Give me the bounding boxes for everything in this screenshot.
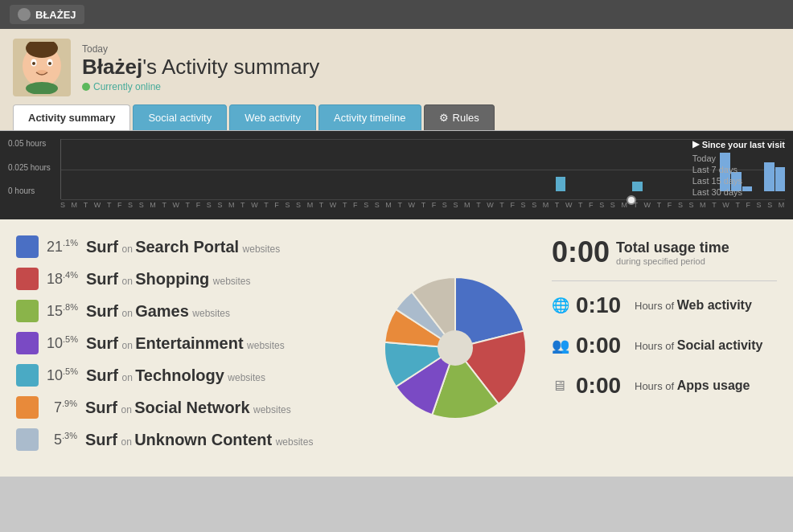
category-label: Search Portal [135,238,239,256]
web-label: Hours of Web activity [635,298,752,313]
category-label: Technology [135,366,224,384]
svg-point-3 [32,62,35,65]
web-activity-row: 🌐 0:10 Hours of Web activity [552,293,777,318]
websites-label: websites [247,340,285,351]
pie-svg [379,272,532,424]
websites-label: websites [192,308,230,319]
activity-percent: 10.5% [47,334,78,352]
on-label: on [121,436,134,448]
stats-panel: 0:00 Total usage time during specified p… [552,235,777,460]
on-label: on [121,276,135,287]
activity-label: Surf on Unknown Content websites [85,431,313,449]
pie-chart [379,272,532,424]
since-visit-7days[interactable]: Last 7 days [692,164,785,175]
svg-point-7 [26,82,58,94]
header-top: Today Błażej's Activity summary Currentl… [13,39,780,96]
tab-activity-summary[interactable]: Activity summary [13,104,130,130]
apps-time: 0:00 [576,373,628,399]
activity-row: 10.5% Surf on Entertainment websites [16,332,359,354]
since-visit-30days[interactable]: Last 30 days [692,186,785,198]
surf-label: Surf [85,399,117,416]
surf-label: Surf [86,334,118,352]
activity-label: Surf on Shopping websites [86,270,250,289]
total-time: 0:00 [552,235,610,269]
tab-rules[interactable]: ⚙ Rules [424,104,495,130]
header-title: Błażej's Activity summary [82,55,319,80]
category-label: Games [135,302,189,320]
category-label: Entertainment [135,334,243,352]
apps-usage-row: 🖥 0:00 Hours of Apps usage [552,373,777,399]
on-label: on [121,243,135,255]
pie-chart-panel [375,235,536,460]
activity-row: 10.5% Surf on Technology websites [16,364,359,387]
total-label-text: Total usage time [616,239,729,256]
total-usage-row: 0:00 Total usage time during specified p… [552,235,777,281]
category-label: Shopping [135,270,209,288]
avatar [13,39,71,96]
web-time: 0:10 [576,293,628,318]
tab-social-activity[interactable]: Social activity [133,104,227,130]
activity-row: 21.1% Surf on Search Portal websites [16,235,359,258]
avatar-image [18,42,66,94]
gear-icon: ⚙ [439,112,449,124]
social-icon: 👥 [552,337,569,354]
chart-marker [627,195,636,205]
category-label: Social Network [134,399,249,416]
content-area: 21.1% Surf on Search Portal websites 18.… [0,219,793,477]
social-label: Hours of Social activity [635,338,762,353]
surf-label: Surf [86,302,118,320]
top-bar-user[interactable]: BŁAŻEJ [10,5,84,24]
globe-icon: 🌐 [552,297,569,314]
activity-label: Surf on Search Portal websites [86,238,280,256]
activity-color [16,364,39,387]
activity-color [16,300,39,322]
activity-label: Surf on Social Network websites [85,399,291,417]
activity-percent: 7.9% [47,399,77,416]
category-label: Unknown Content [134,431,272,448]
tab-activity-timeline[interactable]: Activity timeline [318,104,421,130]
websites-label: websites [243,243,281,255]
since-visit-15days[interactable]: Last 15 days [692,175,785,186]
activity-list: 21.1% Surf on Search Portal websites 18.… [16,235,359,460]
tab-web-activity[interactable]: Web activity [229,104,316,130]
header: Today Błażej's Activity summary Currentl… [0,29,793,131]
svg-point-4 [48,62,51,65]
activity-row: 18.4% Surf on Shopping websites [16,268,359,290]
on-label: on [121,372,135,383]
chart-x-labels: SMTWTFSSMTWTFSSMTWTFSSMTWTFSSMTWTFSSMTWT… [60,199,785,209]
activity-percent: 10.5% [47,366,78,384]
social-time: 0:00 [576,333,628,358]
apps-label: Hours of Apps usage [635,379,750,393]
activity-color [16,235,39,258]
surf-label: Surf [85,431,117,448]
activity-percent: 21.1% [47,238,78,256]
activity-label: Surf on Technology websites [86,366,265,385]
social-activity-row: 👥 0:00 Hours of Social activity [552,333,777,358]
chart-bar [556,177,566,191]
play-icon: ▶ [692,139,699,149]
top-bar-username: BŁAŻEJ [35,9,76,21]
activity-percent: 15.8% [47,302,78,320]
activity-percent: 18.4% [47,270,78,288]
top-bar: BŁAŻEJ [0,0,793,29]
activity-color [16,268,39,290]
activity-color [16,396,39,419]
since-visit-panel: ▶ Since your last visit Today Last 7 day… [692,139,785,198]
header-info: Today Błażej's Activity summary Currentl… [82,43,319,92]
websites-label: websites [253,404,291,415]
on-label: on [121,340,135,351]
chart-bar [632,182,643,191]
total-label: Total usage time during specified period [616,239,729,266]
activity-row: 7.9% Surf on Social Network websites [16,396,359,419]
since-visit-today[interactable]: Today [692,153,785,164]
pie-center [438,330,473,366]
on-label: on [121,308,135,319]
header-today: Today [82,43,319,55]
activity-row: 15.8% Surf on Games websites [16,300,359,322]
activity-percent: 5.3% [47,431,77,448]
since-visit-title: ▶ Since your last visit [692,139,785,149]
surf-label: Surf [86,238,118,256]
activity-label: Surf on Games websites [86,302,230,321]
online-dot-icon [82,83,90,91]
apps-icon: 🖥 [552,378,569,395]
